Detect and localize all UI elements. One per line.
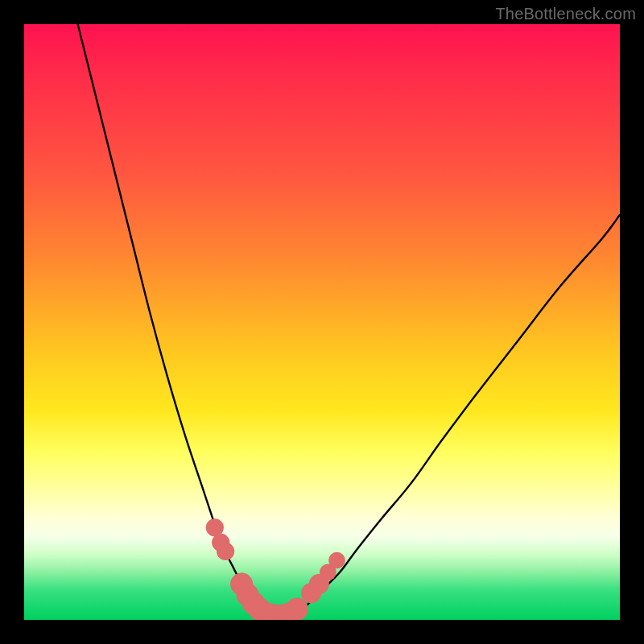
data-marker (328, 552, 345, 569)
data-marker (286, 598, 308, 620)
watermark-text: TheBottleneck.com (495, 5, 636, 23)
bottleneck-curve (24, 24, 620, 620)
data-marker (217, 543, 234, 560)
plot-area (24, 24, 620, 620)
curve-left-branch (78, 24, 257, 614)
chart-frame: TheBottleneck.com (0, 0, 644, 644)
curve-right-branch (298, 215, 620, 614)
